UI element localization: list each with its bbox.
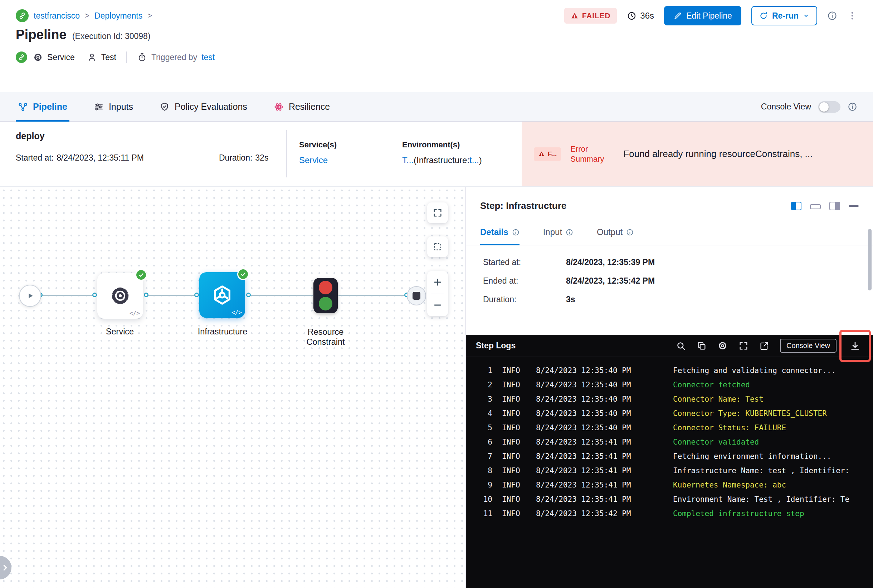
log-level: INFO [502, 363, 536, 378]
graph-port [92, 292, 97, 297]
search-icon[interactable] [676, 341, 686, 351]
log-line-number: 9 [476, 478, 492, 492]
cd-module-icon [16, 9, 29, 22]
node-service[interactable]: </> [97, 273, 143, 319]
node-label-resource-constraint: Resource Constraint [290, 327, 361, 347]
started-at-value: 8/24/2023, 12:35:11 PM [57, 153, 144, 163]
log-message: Connector Name: Test [673, 392, 873, 406]
env-name[interactable]: T... [402, 155, 413, 165]
tab-resilience-label: Resilience [289, 102, 330, 112]
triggered-by-value[interactable]: test [201, 52, 215, 62]
log-line-number: 8 [476, 464, 492, 478]
log-message: Connector validated [673, 435, 873, 449]
zoom-in-button[interactable] [427, 271, 448, 294]
log-message: Connector Status: FAILURE [673, 421, 873, 435]
graph-edge [251, 295, 313, 296]
console-view-toggle[interactable] [818, 101, 840, 112]
log-line: 11INFO8/24/2023 12:35:42 PMCompleted inf… [466, 507, 873, 521]
log-line-number: 5 [476, 421, 492, 435]
edit-pipeline-button[interactable]: Edit Pipeline [664, 6, 741, 26]
fullscreen-icon[interactable] [738, 341, 748, 351]
node-resource-constraint[interactable] [313, 278, 338, 314]
log-message: Connector Type: KUBERNETES_CLUSTER [673, 406, 873, 421]
log-message: Fetching and validating connector... [673, 363, 873, 378]
rerun-button[interactable]: Re-run [751, 6, 817, 26]
previous-stage-chevron[interactable] [0, 556, 12, 579]
step-details: Started at: 8/24/2023, 12:35:39 PM Ended… [466, 245, 873, 314]
breadcrumb-separator: > [85, 11, 89, 20]
info-icon[interactable] [827, 11, 837, 21]
copy-icon[interactable] [697, 341, 707, 351]
layout-right-view-icon[interactable] [829, 202, 840, 210]
tab-pipeline[interactable]: Pipeline [16, 92, 69, 121]
download-logs-icon[interactable] [850, 340, 861, 351]
graph-edge [41, 295, 95, 296]
environments-value[interactable]: T...(Infrastructure:t...) [402, 155, 482, 165]
tab-details[interactable]: Details [480, 227, 520, 245]
end-node[interactable] [407, 286, 426, 306]
started-at-label: Started at: [16, 153, 54, 163]
pipeline-icon [18, 102, 28, 112]
error-badge-label: F... [548, 150, 557, 158]
tab-pipeline-label: Pipeline [33, 102, 67, 112]
tab-inputs-label: Inputs [109, 102, 133, 112]
detail-row: Started at: 8/24/2023, 12:35:39 PM [483, 258, 859, 267]
layout-split-view-icon[interactable] [791, 202, 801, 210]
breadcrumb-deployments[interactable]: Deployments [95, 11, 143, 21]
services-value[interactable]: Service [299, 155, 328, 165]
log-line-number: 4 [476, 406, 492, 421]
tab-resilience[interactable]: Resilience [272, 92, 332, 121]
log-output[interactable]: 1INFO8/24/2023 12:35:40 PMFetching and v… [466, 357, 873, 588]
log-level: INFO [502, 421, 536, 435]
detail-row: Ended at: 8/24/2023, 12:35:42 PM [483, 276, 859, 286]
env-infra-prefix: (Infrastructure: [413, 155, 469, 165]
log-timestamp: 8/24/2023 12:35:40 PM [536, 421, 673, 435]
node-infrastructure[interactable]: </> [199, 272, 245, 318]
top-header: testfrancisco > Deployments > FAILED 36s [0, 0, 873, 92]
tab-policy-evaluations[interactable]: Policy Evaluations [158, 92, 249, 121]
tab-output-label: Output [597, 227, 622, 237]
service-meta-label: Service [47, 52, 75, 62]
info-icon[interactable] [847, 102, 857, 112]
breadcrumb-project[interactable]: testfrancisco [34, 11, 80, 21]
layout-bottom-view-icon[interactable] [810, 204, 821, 209]
minimize-icon[interactable] [849, 205, 859, 207]
stage-name: deploy [16, 131, 45, 141]
open-in-new-icon[interactable] [759, 341, 769, 351]
stop-square-icon [413, 292, 421, 300]
log-message: Environment Name: Test , Identifier: Te [673, 492, 873, 507]
pipeline-graph-canvas[interactable]: </> Service </> Infrastructure Resource … [0, 187, 466, 588]
test-meta: Test [87, 52, 116, 62]
log-timestamp: 8/24/2023 12:35:41 PM [536, 435, 673, 449]
log-timestamp: 8/24/2023 12:35:40 PM [536, 406, 673, 421]
shield-check-icon [159, 102, 170, 112]
start-node[interactable] [19, 285, 41, 307]
tab-inputs[interactable]: Inputs [92, 92, 135, 121]
scrollbar-thumb[interactable] [868, 229, 871, 290]
detail-started-value: 8/24/2023, 12:35:39 PM [566, 258, 655, 267]
log-line-number: 2 [476, 378, 492, 392]
zoom-out-button[interactable] [427, 294, 448, 316]
header-actions: FAILED 36s Edit Pipeline Re-run [564, 6, 857, 26]
status-badge: FAILED [564, 8, 617, 24]
log-message: Completed infrastructure step [673, 507, 873, 521]
detail-row: Duration: 3s [483, 295, 859, 304]
infrastructure-hexagon-icon [210, 283, 234, 307]
console-view-button[interactable]: Console View [780, 339, 837, 352]
kebab-menu-icon[interactable] [847, 11, 857, 21]
detail-duration-value: 3s [566, 295, 575, 304]
log-message: Kubernetes Namespace: abc [673, 478, 873, 492]
info-icon [626, 228, 634, 236]
tab-output[interactable]: Output [597, 227, 634, 245]
marquee-select-button[interactable] [427, 236, 448, 257]
tab-input[interactable]: Input [543, 227, 573, 245]
log-message: Connector fetched [673, 378, 873, 392]
log-line: 1INFO8/24/2023 12:35:40 PMFetching and v… [466, 363, 873, 378]
status-badge-label: FAILED [582, 12, 610, 20]
env-infra-name[interactable]: t... [469, 155, 479, 165]
settings-gear-icon[interactable] [717, 340, 728, 351]
log-level: INFO [502, 507, 536, 521]
fit-to-screen-button[interactable] [427, 202, 448, 223]
log-line: 6INFO8/24/2023 12:35:41 PMConnector vali… [466, 435, 873, 449]
log-level: INFO [502, 406, 536, 421]
